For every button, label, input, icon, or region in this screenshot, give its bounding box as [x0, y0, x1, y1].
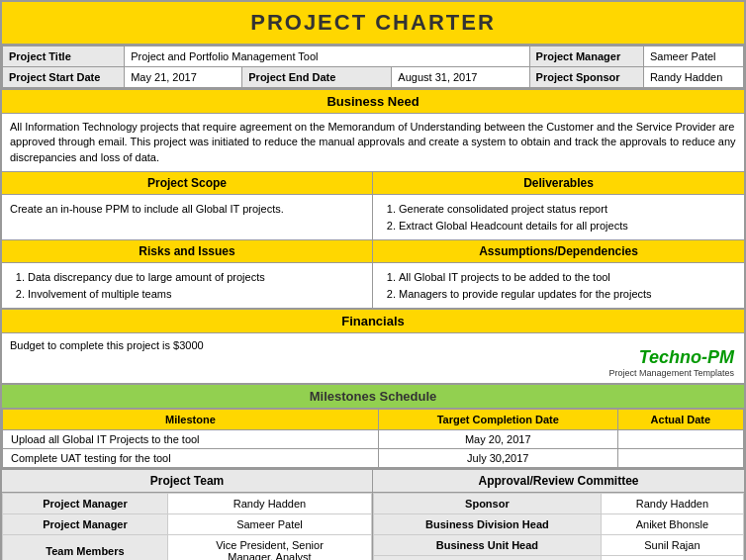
milestone-row-2: Complete UAT testing for the tool July 3…: [3, 449, 744, 468]
milestones-section: Milestones Schedule Milestone Target Com…: [2, 384, 744, 469]
deliverable-item-1: Generate consolidated project status rep…: [399, 201, 736, 218]
scope-deliverables-row: Project Scope Create an in-house PPM to …: [2, 172, 744, 240]
approval-row-1: Sponsor Randy Hadden: [374, 494, 744, 514]
deliverable-item-2: Extract Global Headcount details for all…: [399, 218, 736, 234]
approval-name-3: Sunil Rajan: [601, 535, 743, 556]
approval-col: Approval/Review Committee Sponsor Randy …: [373, 470, 744, 560]
milestones-header: Milestones Schedule: [2, 384, 744, 409]
milestone-1-name: Upload all Global IT Projects to the too…: [3, 430, 379, 449]
header: PROJECT CHARTER: [2, 2, 744, 46]
approval-name-1: Randy Hadden: [601, 494, 743, 514]
team-role-3: Team Members: [3, 535, 168, 560]
approval-row-3: Business Unit Head Sunil Rajan: [374, 535, 744, 556]
team-role-2: Project Manager: [3, 514, 168, 535]
team-row-3: Team Members Vice President, Senior Mana…: [3, 535, 372, 560]
milestones-table: Milestone Target Completion Date Actual …: [2, 409, 744, 468]
charter-wrapper: PROJECT CHARTER Project Title Project an…: [0, 0, 746, 560]
risks-header: Risks and Issues: [2, 240, 372, 263]
project-start-value: May 21, 2017: [125, 67, 242, 89]
milestone-2-target: July 30,2017: [378, 449, 617, 468]
assumption-item-1: All Global IT projects to be added to th…: [399, 269, 736, 286]
team-role-1: Project Manager: [3, 494, 168, 514]
risks-assumptions-row: Risks and Issues Data discrepancy due to…: [2, 240, 744, 309]
financials-text: Budget to complete this project is $3000: [10, 339, 204, 351]
approval-name-2: Aniket Bhonsle: [601, 514, 743, 535]
project-end-label: Project End Date: [242, 67, 392, 89]
project-start-label: Project Start Date: [3, 67, 125, 89]
assumptions-header: Assumptions/Dependencies: [373, 240, 744, 263]
approval-header: Approval/Review Committee: [373, 470, 744, 493]
team-row-2: Project Manager Sameer Patel: [3, 514, 372, 535]
financials-header: Financials: [2, 309, 744, 333]
approval-role-2: Business Division Head: [374, 514, 602, 535]
deliverables-col: Deliverables Generate consolidated proje…: [373, 172, 744, 239]
project-manager-label: Project Manager: [529, 47, 643, 67]
techno-pm-brand: Techno-PM Project Management Templates: [609, 347, 734, 378]
scope-header: Project Scope: [2, 172, 372, 195]
brand-name: Techno-PM: [609, 347, 734, 368]
team-name-1: Randy Hadden: [167, 494, 371, 514]
risks-col: Risks and Issues Data discrepancy due to…: [2, 240, 373, 308]
financials-content: Budget to complete this project is $3000…: [2, 333, 744, 383]
project-title-value: Project and Portfolio Management Tool: [125, 47, 529, 67]
milestone-1-target: May 20, 2017: [378, 430, 617, 449]
approval-table: Sponsor Randy Hadden Business Division H…: [373, 493, 744, 560]
project-sponsor-value: Randy Hadden: [643, 67, 743, 89]
team-row-1: Project Manager Randy Hadden: [3, 494, 372, 514]
milestone-row-1: Upload all Global IT Projects to the too…: [3, 430, 744, 449]
assumption-item-2: Managers to provide regular updates for …: [399, 286, 736, 303]
milestone-2-name: Complete UAT testing for the tool: [3, 449, 379, 468]
page-title: PROJECT CHARTER: [6, 10, 740, 36]
scope-content: Create an in-house PPM to include all Gl…: [2, 195, 372, 224]
team-name-2: Sameer Patel: [167, 514, 371, 535]
approval-name-4: Ketan Shah: [601, 556, 743, 560]
approval-role-4: Finance Manager: [374, 556, 602, 560]
target-col-header: Target Completion Date: [378, 410, 617, 430]
project-end-value: August 31, 2017: [392, 67, 529, 89]
brand-sub: Project Management Templates: [609, 368, 734, 378]
business-need-text: All Information Technology projects that…: [2, 114, 744, 172]
milestone-col-header: Milestone: [3, 410, 379, 430]
info-table: Project Title Project and Portfolio Mana…: [2, 46, 744, 89]
risks-content: Data discrepancy due to large amount of …: [2, 263, 372, 308]
financials-section: Financials Budget to complete this proje…: [2, 309, 744, 384]
deliverables-content: Generate consolidated project status rep…: [373, 195, 744, 239]
actual-col-header: Actual Date: [617, 410, 743, 430]
deliverables-header: Deliverables: [373, 172, 744, 195]
milestone-2-actual: [617, 449, 743, 468]
assumptions-content: All Global IT projects to be added to th…: [373, 263, 744, 308]
approval-role-3: Business Unit Head: [374, 535, 602, 556]
scope-col: Project Scope Create an in-house PPM to …: [2, 172, 373, 239]
risk-item-1: Data discrepancy due to large amount of …: [28, 269, 364, 286]
team-col: Project Team Project Manager Randy Hadde…: [2, 470, 373, 560]
project-title-label: Project Title: [3, 47, 125, 67]
approval-row-4: Finance Manager Ketan Shah: [374, 556, 744, 560]
team-table: Project Manager Randy Hadden Project Man…: [2, 493, 372, 560]
team-header: Project Team: [2, 470, 372, 493]
business-need-header: Business Need: [2, 89, 744, 114]
assumptions-col: Assumptions/Dependencies All Global IT p…: [373, 240, 744, 308]
project-manager-value: Sameer Patel: [643, 47, 743, 67]
approval-role-1: Sponsor: [374, 494, 602, 514]
approval-row-2: Business Division Head Aniket Bhonsle: [374, 514, 744, 535]
risk-item-2: Involvement of multiple teams: [28, 286, 364, 303]
team-name-3: Vice President, Senior Manager, Analyst: [167, 535, 371, 560]
milestone-1-actual: [617, 430, 743, 449]
bottom-section: Project Team Project Manager Randy Hadde…: [2, 469, 744, 560]
project-sponsor-label: Project Sponsor: [529, 67, 643, 89]
